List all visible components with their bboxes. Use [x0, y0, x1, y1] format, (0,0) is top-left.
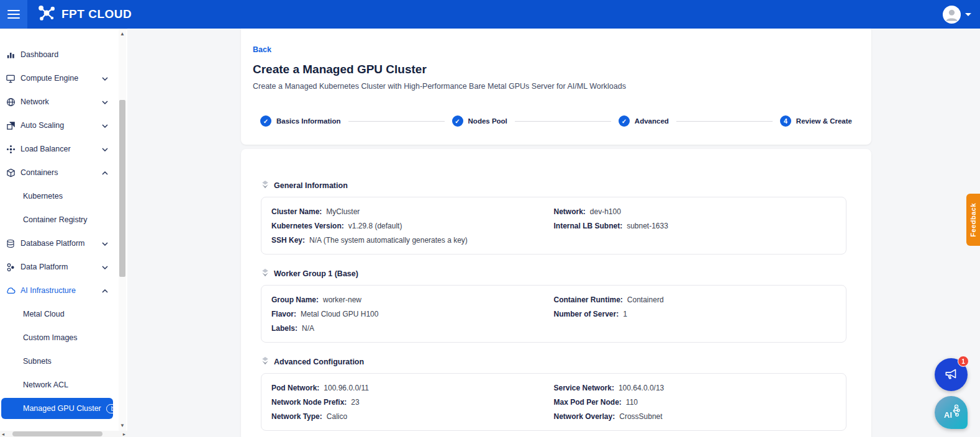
- review-box: Group Name:worker-new Flavor:Metal Cloud…: [261, 285, 846, 343]
- layers-icon: [261, 180, 270, 191]
- megaphone-icon: [943, 366, 960, 384]
- stepper-step-advanced[interactable]: Advanced: [619, 115, 669, 127]
- step-connector: [515, 121, 611, 122]
- chevron-up-icon: [102, 286, 108, 295]
- chevron-down-icon: [102, 239, 108, 248]
- scroll-up-icon[interactable]: ▲: [119, 30, 126, 38]
- chevron-down-icon: [102, 145, 108, 153]
- notification-badge: 1: [958, 356, 969, 367]
- ai-assistant-button[interactable]: AI: [935, 396, 968, 429]
- cloud-icon: [5, 286, 16, 295]
- sidebar: Dashboard Compute Engine Network: [0, 29, 127, 437]
- stepper-step-review-create[interactable]: 4 Review & Create: [780, 115, 852, 127]
- ai-molecule-icon: AI: [941, 401, 962, 425]
- back-link[interactable]: Back: [253, 45, 271, 54]
- sidebar-item-metal-cloud[interactable]: Metal Cloud: [0, 302, 118, 326]
- announcements-button[interactable]: 1: [935, 358, 968, 391]
- cube-icon: [5, 168, 16, 178]
- layers-icon: [261, 356, 270, 367]
- sidebar-item-network-acl[interactable]: Network ACL: [0, 373, 118, 397]
- person-icon: [943, 6, 961, 24]
- sidebar-item-network[interactable]: Network: [0, 90, 118, 114]
- stepper-step-nodes-pool[interactable]: Nodes Pool: [452, 115, 507, 127]
- review-card: General Information Cluster Name:MyClust…: [241, 149, 871, 437]
- database-icon: [5, 238, 16, 248]
- chevron-down-icon: [102, 121, 108, 130]
- review-box: Pod Network:100.96.0.0/11 Network Node P…: [261, 373, 846, 431]
- chevron-down-icon: [965, 13, 971, 16]
- sidebar-horizontal-scrollbar[interactable]: ◄ ►: [0, 431, 127, 437]
- feedback-tab[interactable]: Feedback: [966, 194, 980, 246]
- review-box: Cluster Name:MyCluster Kubernetes Versio…: [261, 197, 846, 255]
- hamburger-icon: [7, 8, 20, 21]
- sidebar-item-database-platform[interactable]: Database Platform: [0, 232, 118, 255]
- step-connector: [676, 121, 773, 122]
- wizard-header-card: Back Create a Managed GPU Cluster Create…: [241, 29, 871, 145]
- load-balancer-icon: [5, 144, 16, 154]
- sidebar-item-custom-images[interactable]: Custom Images: [0, 326, 118, 349]
- brand-name: FPT CLOUD: [61, 7, 132, 21]
- monitor-icon: [5, 73, 16, 83]
- step-done-check-icon: [452, 115, 463, 127]
- sidebar-item-containers[interactable]: Containers: [0, 161, 118, 184]
- step-done-check-icon: [619, 115, 630, 127]
- scroll-right-icon[interactable]: ►: [121, 432, 127, 436]
- scrollbar-thumb[interactable]: [119, 100, 125, 277]
- scroll-left-icon[interactable]: ◄: [0, 432, 6, 436]
- section-worker-group-1: Worker Group 1 (Base) Group Name:worker-…: [261, 268, 846, 343]
- brand-logo[interactable]: FPT CLOUD: [36, 3, 132, 25]
- sidebar-vertical-scrollbar[interactable]: ▲ ▼: [119, 29, 126, 431]
- fpt-molecule-icon: [36, 3, 57, 25]
- sidebar-item-data-platform[interactable]: Data Platform: [0, 255, 118, 279]
- step-connector: [348, 121, 445, 122]
- scrollbar-thumb[interactable]: [12, 431, 102, 436]
- data-platform-icon: [5, 262, 16, 272]
- layers-icon: [261, 268, 270, 279]
- section-general-information: General Information Cluster Name:MyClust…: [261, 180, 846, 255]
- chevron-down-icon: [102, 97, 108, 106]
- sidebar-item-compute-engine[interactable]: Compute Engine: [0, 66, 118, 90]
- bar-chart-icon: [5, 50, 16, 60]
- main-content: Back Create a Managed GPU Cluster Create…: [127, 29, 980, 437]
- topbar: FPT CLOUD: [0, 0, 980, 29]
- stepper-step-basics-information[interactable]: Basics Information: [260, 115, 341, 127]
- sidebar-item-container-registry[interactable]: Container Registry: [0, 208, 118, 232]
- beta-badge: beta: [106, 404, 113, 413]
- hamburger-menu-button[interactable]: [0, 0, 27, 29]
- sidebar-item-auto-scaling[interactable]: Auto Scaling: [0, 114, 118, 137]
- page-title: Create a Managed GPU Cluster: [253, 63, 855, 76]
- sidebar-item-ai-infrastructure[interactable]: AI Infrastructure: [0, 279, 118, 302]
- avatar: [943, 6, 961, 24]
- chevron-down-icon: [102, 263, 108, 271]
- globe-icon: [5, 97, 16, 107]
- user-menu-button[interactable]: [943, 6, 971, 24]
- page-subtitle: Create a Managed Kubernetes Cluster with…: [253, 82, 855, 91]
- chevron-down-icon: [102, 74, 108, 83]
- sidebar-item-load-balancer[interactable]: Load Balancer: [0, 137, 118, 161]
- sidebar-item-kubernetes[interactable]: Kubernetes: [0, 184, 118, 208]
- scroll-down-icon[interactable]: ▼: [119, 422, 126, 430]
- step-number: 4: [780, 115, 791, 127]
- chevron-up-icon: [102, 168, 108, 177]
- step-done-check-icon: [260, 115, 271, 127]
- sidebar-item-managed-gpu-cluster[interactable]: Managed GPU Cluster beta: [1, 398, 113, 419]
- svg-text:AI: AI: [944, 410, 952, 420]
- sidebar-item-subnets[interactable]: Subnets: [0, 349, 118, 373]
- sidebar-item-dashboard[interactable]: Dashboard: [0, 43, 118, 66]
- auto-scaling-icon: [5, 120, 16, 130]
- stepper: Basics Information Nodes Pool Advanced 4…: [260, 115, 855, 127]
- section-advanced-configuration: Advanced Configuration Pod Network:100.9…: [261, 356, 846, 431]
